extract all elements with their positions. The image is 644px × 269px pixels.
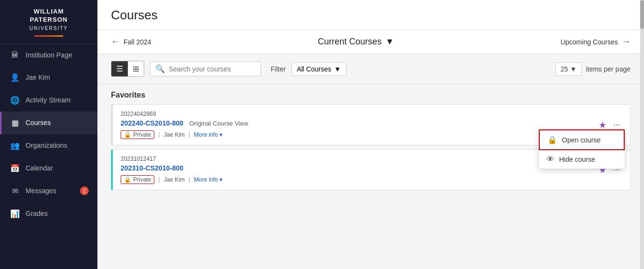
course-card-1: 20224042869 202240-CS2010-800 Original C…	[111, 104, 630, 145]
dropdown-menu-1: 🔒 Open course 👁 Hide course	[538, 129, 625, 169]
list-view-btn[interactable]: ☰	[111, 61, 128, 76]
pipe: |	[189, 176, 190, 183]
next-courses-btn[interactable]: Upcoming Courses →	[561, 37, 630, 47]
messages-badge: 2	[80, 186, 89, 195]
view-toggle: ☰ ⊞	[111, 61, 144, 77]
course-view-1: Original Course View	[189, 120, 248, 127]
main-content: Courses ← Fall 2024 Current Courses ▼ Up…	[97, 0, 644, 269]
course-id-2: 20231012417	[121, 156, 599, 162]
sidebar-item-messages[interactable]: ✉ Messages 2	[0, 180, 97, 202]
sidebar-item-calendar[interactable]: 📅 Calendar	[0, 157, 97, 180]
current-label: Current Courses	[318, 37, 382, 47]
course-navigation: ← Fall 2024 Current Courses ▼ Upcoming C…	[97, 30, 644, 54]
sidebar-item-label: Organizations	[26, 142, 67, 149]
sidebar-item-institution-page[interactable]: 🏛 Institution Page	[0, 44, 97, 66]
instructor-1: Jae Kim	[164, 131, 184, 138]
chevron-down-icon: ▼	[385, 37, 394, 47]
sidebar-item-activity-stream[interactable]: 🌐 Activity Stream	[0, 89, 97, 112]
sidebar-item-label: Institution Page	[26, 51, 72, 59]
filter-label: Filter	[271, 65, 286, 73]
messages-icon: ✉	[10, 186, 20, 196]
scrollbar-track[interactable]	[640, 0, 644, 269]
course-code-2[interactable]: 202310-CS2010-800	[121, 164, 183, 172]
filter-bar: ☰ ⊞ 🔍 Filter All Courses ▼ 25 ▼ items pe…	[97, 54, 644, 84]
per-page-value: 25	[561, 65, 568, 73]
hide-course-label: Hide course	[559, 156, 595, 163]
course-title-row-1: 202240-CS2010-800 Original Course View	[121, 119, 599, 127]
lock-icon: 🔒	[124, 131, 131, 138]
course-code-1[interactable]: 202240-CS2010-800	[121, 119, 183, 127]
user-icon: 👤	[10, 73, 20, 82]
prev-courses-btn[interactable]: ← Fall 2024	[111, 37, 151, 47]
hide-course-item[interactable]: 👁 Hide course	[539, 150, 625, 169]
institution-icon: 🏛	[10, 51, 20, 59]
sidebar-logo: WILLIAMPATERSONUNIVERSITY	[0, 0, 97, 44]
sidebar-item-label: Messages	[26, 187, 56, 195]
search-icon: 🔍	[155, 64, 165, 73]
search-input[interactable]	[169, 65, 256, 73]
more-info-link-2[interactable]: More info ▾	[194, 176, 222, 183]
sidebar-item-label: Jae Kim	[26, 73, 50, 81]
instructor-2: Jae Kim	[164, 176, 184, 183]
scrollbar-thumb[interactable]	[640, 0, 644, 29]
open-course-item[interactable]: 🔒 Open course	[539, 129, 625, 150]
private-badge-2: 🔒 Private	[121, 175, 154, 184]
pipe: |	[158, 176, 160, 183]
current-courses-btn[interactable]: Current Courses ▼	[318, 37, 394, 47]
course-title-row-2: 202310-CS2010-800	[121, 164, 599, 172]
more-info-label-1: More info	[194, 131, 218, 138]
ellipsis-btn-1[interactable]: ···	[611, 120, 622, 130]
organizations-icon: 👥	[10, 141, 20, 150]
logo-text: WILLIAMPATERSONUNIVERSITY	[10, 8, 88, 32]
course-info-2: 20231012417 202310-CS2010-800 🔒 Private …	[121, 156, 599, 184]
page-header: Courses	[97, 0, 644, 30]
grades-icon: 📊	[10, 209, 20, 218]
chevron-down-icon: ▾	[219, 176, 222, 183]
pipe: |	[158, 131, 160, 138]
next-label: Upcoming Courses	[561, 38, 618, 46]
grid-view-btn[interactable]: ⊞	[128, 61, 144, 76]
course-list: Favorites 20224042869 202240-CS2010-800 …	[97, 84, 644, 269]
per-page-label: items per page	[586, 65, 630, 73]
right-arrow-icon: →	[622, 37, 630, 47]
page-title: Courses	[111, 8, 630, 23]
course-id-1: 20224042869	[121, 111, 599, 117]
sidebar-item-jae-kim[interactable]: 👤 Jae Kim	[0, 66, 97, 89]
chevron-down-icon: ▾	[219, 131, 222, 138]
more-info-label-2: More info	[194, 176, 218, 183]
left-arrow-icon: ←	[111, 37, 120, 47]
per-page-wrap: 25 ▼ items per page	[555, 62, 630, 76]
lock-icon: 🔒	[548, 135, 557, 144]
filter-select[interactable]: All Courses ▼	[291, 62, 346, 76]
logo-bar	[34, 35, 63, 37]
sidebar-item-organizations[interactable]: 👥 Organizations	[0, 134, 97, 157]
sidebar-item-label: Grades	[26, 210, 48, 217]
chevron-down-icon: ▼	[570, 65, 577, 73]
sidebar: WILLIAMPATERSONUNIVERSITY 🏛 Institution …	[0, 0, 97, 269]
more-info-link-1[interactable]: More info ▾	[194, 131, 222, 138]
course-info-1: 20224042869 202240-CS2010-800 Original C…	[121, 111, 599, 139]
filter-value: All Courses	[297, 65, 331, 73]
globe-icon: 🌐	[10, 96, 20, 105]
privacy-label-1: Private	[133, 131, 151, 138]
sidebar-item-grades[interactable]: 📊 Grades	[0, 202, 97, 225]
courses-icon: ▦	[10, 118, 20, 127]
sidebar-item-label: Courses	[26, 119, 51, 127]
chevron-down-icon: ▼	[334, 65, 341, 73]
private-badge-1: 🔒 Private	[121, 130, 154, 139]
eye-icon: 👁	[547, 155, 554, 164]
lock-icon: 🔒	[124, 176, 131, 183]
sidebar-item-courses[interactable]: ▦ Courses	[0, 112, 97, 134]
course-meta-2: 🔒 Private | Jae Kim | More info ▾	[121, 175, 599, 184]
prev-label: Fall 2024	[123, 38, 151, 46]
calendar-icon: 📅	[10, 164, 20, 173]
section-title: Favorites	[111, 84, 630, 104]
sidebar-item-label: Calendar	[26, 164, 53, 172]
pipe: |	[189, 131, 190, 138]
per-page-select[interactable]: 25 ▼	[555, 62, 582, 76]
search-wrap: 🔍	[150, 61, 261, 76]
sidebar-item-label: Activity Stream	[26, 96, 70, 104]
course-meta-1: 🔒 Private | Jae Kim | More info ▾	[121, 130, 599, 139]
sidebar-nav: 🏛 Institution Page 👤 Jae Kim 🌐 Activity …	[0, 44, 97, 269]
open-course-label: Open course	[562, 136, 601, 144]
